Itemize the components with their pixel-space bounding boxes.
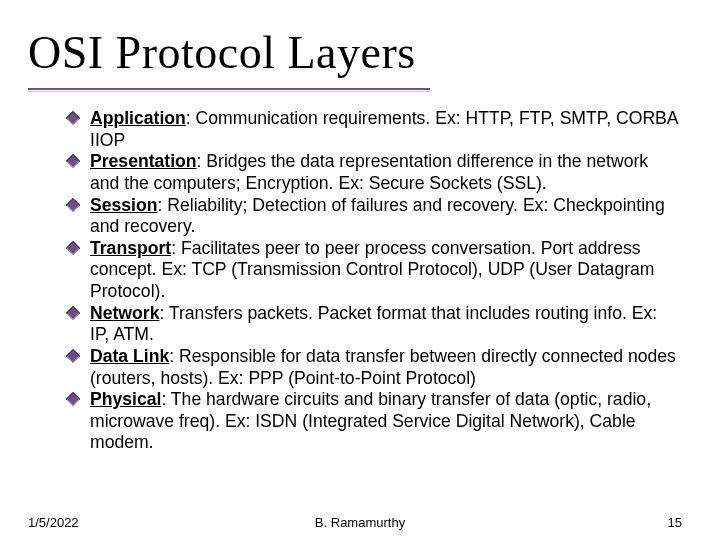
item-text: : Reliability; Detection of failures and… <box>90 195 665 237</box>
content-list: Application: Communication requirements.… <box>70 108 680 454</box>
term: Application <box>90 108 186 128</box>
footer-page-number: 15 <box>668 515 682 530</box>
list-item: Network: Transfers packets. Packet forma… <box>70 303 680 346</box>
diamond-bullet-icon <box>66 241 80 255</box>
diamond-bullet-icon <box>66 111 80 125</box>
item-text: : The hardware circuits and binary trans… <box>90 389 651 452</box>
list-item: Transport: Facilitates peer to peer proc… <box>70 238 680 303</box>
item-text: : Facilitates peer to peer process conve… <box>90 238 655 301</box>
diamond-bullet-icon <box>66 197 80 211</box>
term: Network <box>90 303 159 323</box>
list-item: Presentation: Bridges the data represent… <box>70 151 680 194</box>
diamond-bullet-icon <box>66 349 80 363</box>
list-item: Physical: The hardware circuits and bina… <box>70 389 680 454</box>
list-item: Application: Communication requirements.… <box>70 108 680 151</box>
term: Session <box>90 195 157 215</box>
term: Presentation <box>90 151 197 171</box>
footer: 1/5/2022 B. Ramamurthy 15 <box>0 508 720 530</box>
title-underline <box>28 88 430 90</box>
footer-date: 1/5/2022 <box>28 515 79 530</box>
diamond-bullet-icon <box>66 306 80 320</box>
list-item: Data Link: Responsible for data transfer… <box>70 346 680 389</box>
slide: OSI Protocol Layers Application: Communi… <box>0 0 720 540</box>
diamond-bullet-icon <box>66 392 80 406</box>
slide-title: OSI Protocol Layers <box>28 26 416 79</box>
list-item: Session: Reliability; Detection of failu… <box>70 195 680 238</box>
footer-author: B. Ramamurthy <box>315 515 405 530</box>
term: Transport <box>90 238 171 258</box>
item-text: : Transfers packets. Packet format that … <box>90 303 657 345</box>
term: Physical <box>90 389 161 409</box>
diamond-bullet-icon <box>66 154 80 168</box>
item-text: : Responsible for data transfer between … <box>90 346 676 388</box>
term: Data Link <box>90 346 169 366</box>
